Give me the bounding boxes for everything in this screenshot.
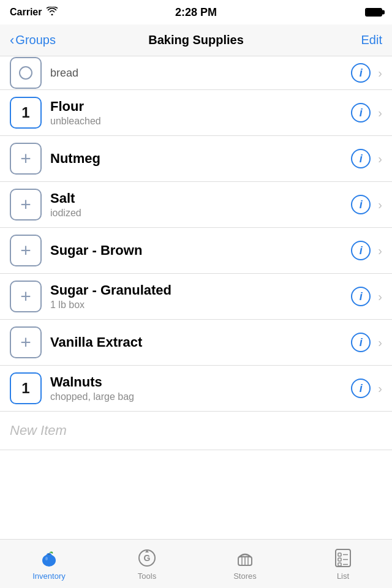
battery-icon — [365, 8, 382, 17]
status-bar: Carrier 2:28 PM — [0, 0, 392, 24]
new-item-row[interactable]: New Item — [0, 412, 392, 450]
tab-inventory-label: Inventory — [32, 571, 65, 581]
nav-bar: ‹ Groups Baking Supplies Edit — [0, 24, 392, 56]
tab-inventory[interactable]: Inventory — [0, 540, 98, 588]
svg-rect-14 — [338, 558, 341, 561]
list-item: + Sugar - Brown i › — [0, 228, 392, 274]
status-battery — [365, 8, 382, 17]
info-button[interactable]: i — [351, 149, 371, 168]
item-name: Flour — [50, 99, 351, 115]
chevron-right-icon: › — [378, 198, 382, 212]
item-note: chopped, large bag — [50, 391, 351, 402]
chevron-right-icon: › — [378, 152, 382, 166]
item-add-button[interactable]: + — [10, 326, 42, 358]
item-actions: i › — [351, 287, 382, 306]
item-content: Sugar - Brown — [50, 243, 351, 258]
back-button[interactable]: ‹ Groups — [10, 32, 56, 48]
edit-button[interactable]: Edit — [361, 33, 382, 47]
item-actions: i › — [351, 379, 382, 398]
tab-stores-label: Stores — [233, 571, 257, 581]
item-content: Sugar - Granulated 1 lb box — [50, 282, 351, 311]
list-tab-icon — [332, 547, 354, 569]
item-note: 1 lb box — [50, 300, 351, 311]
inventory-icon — [38, 547, 60, 569]
new-item-placeholder: New Item — [10, 423, 67, 439]
item-content: Vanilla Extract — [50, 334, 351, 350]
svg-rect-12 — [338, 553, 341, 556]
svg-point-4 — [45, 557, 48, 560]
item-actions: i › — [351, 241, 382, 260]
chevron-right-icon: › — [378, 290, 382, 304]
chevron-right-icon: › — [378, 244, 382, 258]
list-item: bread i › — [0, 56, 392, 90]
item-content: Flour unbleached — [50, 99, 351, 127]
item-note: iodized — [50, 208, 351, 219]
item-list: bread i › 1 Flour unbleached i › + Nutme… — [0, 56, 392, 539]
item-add-button[interactable]: + — [10, 143, 42, 175]
list-item: + Sugar - Granulated 1 lb box i › — [0, 274, 392, 320]
item-name: Nutmeg — [50, 151, 351, 167]
item-content: bread — [50, 67, 351, 80]
svg-text:G: G — [144, 553, 151, 563]
info-button[interactable]: i — [351, 379, 371, 398]
item-name: Vanilla Extract — [50, 334, 351, 350]
tab-tools-label: Tools — [138, 571, 156, 581]
item-actions: i › — [351, 149, 382, 168]
info-button[interactable]: i — [351, 63, 371, 83]
list-item: + Nutmeg i › — [0, 136, 392, 182]
list-item: 1 Walnuts chopped, large bag i › — [0, 366, 392, 412]
info-button[interactable]: i — [351, 241, 371, 260]
chevron-right-icon: › — [378, 382, 382, 396]
svg-rect-16 — [338, 563, 341, 566]
tab-list[interactable]: List — [294, 540, 392, 588]
list-item: + Salt iodized i › — [0, 182, 392, 228]
carrier-label: Carrier — [10, 7, 42, 18]
status-carrier: Carrier — [10, 7, 58, 18]
back-chevron-icon: ‹ — [10, 32, 14, 48]
chevron-right-icon: › — [378, 336, 382, 350]
item-name: Sugar - Brown — [50, 243, 351, 258]
chevron-right-icon: › — [378, 106, 382, 120]
info-button[interactable]: i — [351, 333, 371, 352]
tab-bar: Inventory G Tools — [0, 539, 392, 588]
tab-tools[interactable]: G Tools — [98, 540, 196, 588]
wifi-icon — [47, 7, 58, 18]
item-quantity-badge[interactable]: 1 — [10, 372, 42, 404]
list-item: + Vanilla Extract i › — [0, 320, 392, 366]
item-name: Walnuts — [50, 374, 351, 390]
tab-list-label: List — [337, 571, 349, 581]
item-actions: i › — [351, 63, 382, 83]
item-add-button[interactable] — [10, 57, 42, 89]
info-button[interactable]: i — [351, 103, 371, 123]
item-actions: i › — [351, 333, 382, 352]
back-label: Groups — [15, 33, 56, 47]
item-actions: i › — [351, 195, 382, 214]
item-add-button[interactable]: + — [10, 235, 42, 266]
info-button[interactable]: i — [351, 195, 371, 214]
item-add-button[interactable]: + — [10, 189, 42, 221]
item-name: bread — [50, 67, 351, 80]
item-note: unbleached — [50, 116, 351, 127]
item-add-button[interactable]: + — [10, 281, 42, 312]
status-time: 2:28 PM — [175, 6, 217, 19]
item-quantity-badge[interactable]: 1 — [10, 97, 42, 129]
item-content: Walnuts chopped, large bag — [50, 374, 351, 402]
list-item: 1 Flour unbleached i › — [0, 90, 392, 136]
item-content: Salt iodized — [50, 190, 351, 219]
tab-stores[interactable]: Stores — [196, 540, 294, 588]
item-name: Salt — [50, 190, 351, 206]
svg-point-0 — [20, 67, 32, 79]
info-button[interactable]: i — [351, 287, 371, 306]
stores-icon — [234, 547, 256, 569]
page-title: Baking Supplies — [148, 33, 244, 47]
tools-icon: G — [136, 547, 158, 569]
item-name: Sugar - Granulated — [50, 282, 351, 298]
item-actions: i › — [351, 103, 382, 123]
item-content: Nutmeg — [50, 151, 351, 167]
chevron-right-icon: › — [378, 66, 382, 80]
